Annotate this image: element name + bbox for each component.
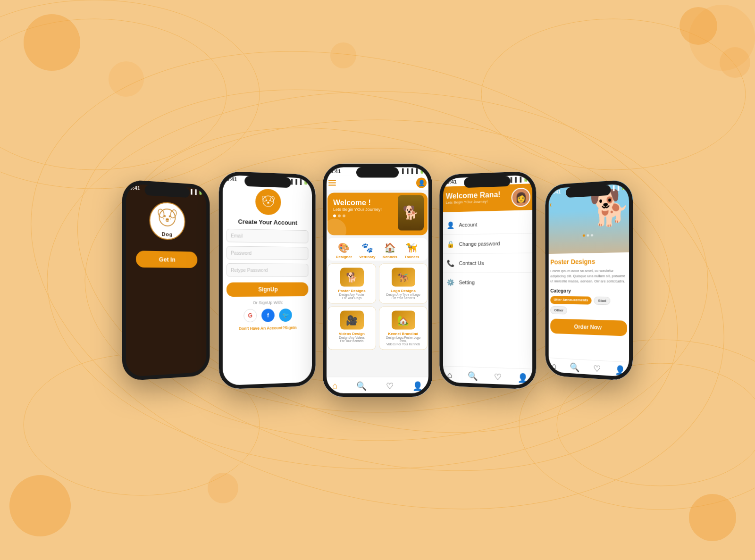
phone5-nav-search-icon[interactable]: 🔍	[570, 362, 580, 373]
phone2-content: Create Your Account Email Password Retyp…	[219, 183, 316, 337]
tag-other[interactable]: Other	[550, 306, 567, 314]
menu-item-contact-us[interactable]: 📞 Contact Us	[439, 253, 536, 273]
home-banner: Welcome ! Lets Begin YOur Journey! 🐕	[327, 192, 428, 235]
phone-login: 9:41 ▐ ▐ ▐ ▐ 🔋	[122, 179, 210, 381]
email-field[interactable]: Email	[226, 228, 308, 243]
videos-design-desc: Design Any VideosFor Your Kennels	[339, 335, 364, 342]
dog-logo-svg	[155, 204, 179, 231]
banner-dog-image: 🐕	[398, 195, 424, 230]
menu-item-password-label: Change password	[459, 241, 500, 247]
category-designer[interactable]: 🎨 Designer	[336, 242, 352, 259]
kennels-label: Kennels	[383, 254, 397, 259]
vetrinary-label: Vetrinary	[359, 254, 375, 259]
tag-stud[interactable]: Stud	[594, 296, 611, 305]
tag-utter-announcements[interactable]: Utter Annoucements	[550, 296, 592, 304]
phone1-screen: 9:41 ▐ ▐ ▐ ▐ 🔋	[122, 179, 210, 381]
phones-showcase: 9:41 ▐ ▐ ▐ ▐ 🔋	[121, 163, 634, 397]
logo-designs-thumb: 🐕‍🦺	[392, 267, 415, 286]
detail-description: Lorem ipsum dolor sit amet, consectetur …	[550, 267, 627, 284]
social-icons-row: G f 🐦	[243, 308, 292, 322]
service-kennel-branding[interactable]: 🏡 Kennel Brandind Design Logo,Poster,Log…	[379, 306, 428, 350]
order-now-button[interactable]: Order Now	[550, 318, 627, 335]
menu-item-contact-label: Contact Us	[459, 260, 484, 266]
svg-point-21	[263, 195, 273, 206]
menu-item-change-password[interactable]: 🔒 Change password	[439, 233, 536, 254]
phone1-time: 9:41	[130, 184, 140, 191]
phone5-nav-home-icon[interactable]: ⌂	[552, 361, 556, 371]
phone2-time: 9:41	[226, 176, 237, 182]
settings-icon: ⚙️	[447, 278, 454, 286]
phone4-nav-search-icon[interactable]: 🔍	[468, 371, 478, 382]
notch-4	[464, 176, 510, 188]
banner-circle-deco	[327, 218, 346, 235]
dont-have-account-text: Don't Have An Account?SignIn	[239, 325, 297, 331]
hamburger-menu-button[interactable]	[328, 180, 336, 185]
category-tags-row: Utter Annoucements Stud Other	[550, 296, 627, 316]
videos-design-thumb: 🎥	[340, 310, 364, 329]
service-logo-designs[interactable]: 🐕‍🦺 Logo Designs Design Any Type of Logo…	[379, 263, 428, 303]
videos-design-title: Videos Design	[339, 331, 365, 335]
circle-bottom-left	[9, 475, 71, 536]
retype-password-field[interactable]: Retype Password	[226, 263, 308, 276]
phone1-content: Dog Get In	[122, 192, 210, 275]
password-field[interactable]: Password	[226, 246, 308, 260]
poster-designs-thumb: 🐕	[340, 267, 364, 286]
nav-search-icon[interactable]: 🔍	[356, 381, 367, 391]
category-section-label: Category	[550, 287, 627, 293]
kennel-branding-desc: Design Logo,Poster,Logo Intro,Videos For…	[383, 335, 423, 345]
phone5-bottom-nav: ⌂ 🔍 ♡ 👤	[545, 357, 633, 381]
phone4-nav-profile-icon[interactable]: 👤	[518, 372, 528, 383]
circle-top-left-small	[109, 61, 144, 97]
menu-item-account-label: Account	[459, 221, 478, 227]
phone4-nav-home-icon[interactable]: ⌂	[447, 370, 452, 380]
phone-home: 9:41 ▐ ▐ ▐ ▐ 🔋 👤 Welcome ! Lets Begin YO…	[323, 163, 432, 397]
or-signup-text: Or SignUp With:	[253, 300, 283, 305]
getin-button[interactable]: Get In	[136, 251, 197, 268]
category-vetrinary[interactable]: 🐾 Vetrinary	[359, 242, 375, 259]
phone3-topbar: 👤	[323, 176, 432, 190]
phone-profile: 9:41 ▐ ▐ ▐ ▐ 🔋 Welcome Rana! Lets Begin …	[439, 171, 536, 389]
phone2-dog-svg	[260, 193, 276, 210]
menu-item-setting[interactable]: ⚙️ Setting	[439, 273, 536, 292]
svg-point-20	[166, 218, 169, 220]
lock-icon: 🔒	[447, 240, 454, 248]
svg-point-26	[267, 201, 269, 203]
poster-designs-desc: Design Any PosterFor Your Dogs	[339, 293, 364, 299]
phone5-nav-profile-icon[interactable]: 👤	[615, 364, 626, 376]
signin-link[interactable]: SignIn	[285, 325, 297, 330]
phone4-screen: 9:41 ▐ ▐ ▐ ▐ 🔋 Welcome Rana! Lets Begin …	[439, 171, 536, 389]
nav-profile-icon[interactable]: 👤	[412, 381, 423, 391]
menu-item-account[interactable]: 👤 Account	[439, 213, 536, 234]
notch-2	[244, 176, 291, 188]
phone4-nav-favorites-icon[interactable]: ♡	[494, 371, 501, 382]
profile-menu-list: 👤 Account 🔒 Change password 📞 Contact Us…	[439, 209, 536, 295]
phone-icon: 📞	[447, 259, 454, 267]
phone2-logo	[255, 188, 281, 215]
facebook-signin-button[interactable]: f	[261, 309, 275, 322]
circle-bottom-right	[689, 494, 736, 541]
notch-3	[356, 167, 399, 177]
twitter-signin-button[interactable]: 🐦	[279, 308, 292, 321]
circle-top-right-large	[689, 5, 755, 71]
profile-banner: Welcome Rana! Lets Begin YOur Journey! 👩	[439, 183, 536, 212]
phone-detail: 9:41 ▐ ▐ ▐ ▐ 🔋 ‹ 🐕 Poster Designs Lorem …	[545, 179, 633, 381]
nav-home-icon[interactable]: ⌂	[332, 381, 337, 391]
phone3-signals: ▐ ▐ ▐ ▐ 🔋	[401, 168, 425, 174]
service-videos-design[interactable]: 🎥 Videos Design Design Any VideosFor You…	[327, 306, 376, 350]
phone5-screen: 9:41 ▐ ▐ ▐ ▐ 🔋 ‹ 🐕 Poster Designs Lorem …	[545, 179, 633, 381]
user-avatar-button[interactable]: 👤	[416, 177, 427, 188]
category-trainers[interactable]: 🦮 Trainers	[404, 242, 419, 259]
phone5-time: 9:41	[551, 189, 561, 195]
trainers-label: Trainers	[404, 254, 419, 259]
google-signin-button[interactable]: G	[243, 309, 257, 322]
designer-icon: 🎨	[338, 242, 350, 253]
signup-button[interactable]: SignUp	[226, 282, 308, 297]
circle-bottom-center	[208, 473, 238, 503]
service-poster-designs[interactable]: 🐕 Poster Designs Design Any PosterFor Yo…	[327, 263, 376, 303]
phone-signup: 9:41 ▐ ▐ ▐ ▐ 🔋 Create Your Ac	[219, 171, 316, 389]
back-button[interactable]: ‹	[549, 200, 552, 209]
phone1-logo-text: Dog	[162, 231, 173, 237]
category-kennels[interactable]: 🏠 Kennels	[383, 242, 397, 259]
nav-favorites-icon[interactable]: ♡	[386, 381, 394, 391]
phone5-nav-favorites-icon[interactable]: ♡	[594, 363, 601, 374]
